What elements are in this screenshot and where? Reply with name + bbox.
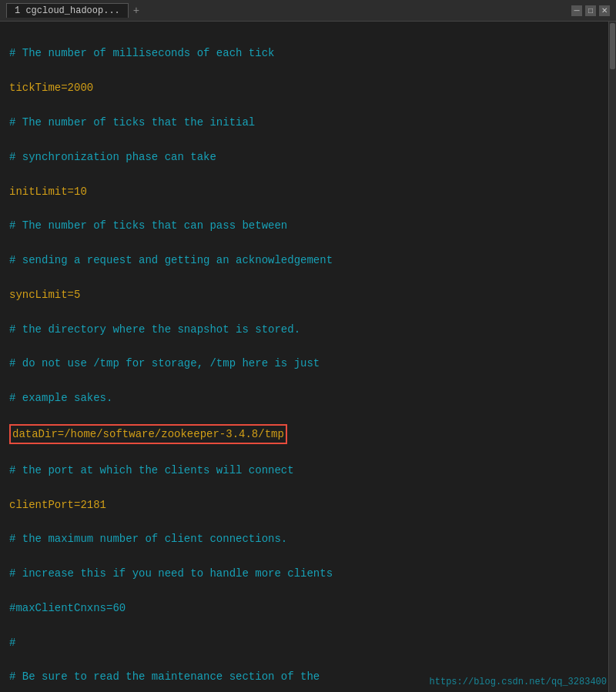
line-16: # increase this if you need to handle mo… [9, 565, 599, 582]
line-5: initLimit=10 [9, 183, 599, 200]
line-17: #maxClientCnxns=60 [9, 600, 599, 617]
line-4: # synchronization phase can take [9, 149, 599, 165]
line-6: # The number of ticks that can pass betw… [9, 217, 599, 234]
window-controls: ─ □ ✕ [571, 5, 610, 16]
add-tab-button[interactable]: + [133, 5, 139, 17]
title-bar-left: 1 cgcloud_hadoop... + [6, 3, 139, 18]
line-15: # the maximum number of client connectio… [9, 530, 599, 547]
line-2: tickTime=2000 [9, 79, 599, 96]
tab-label: 1 cgcloud_hadoop... [15, 5, 120, 16]
editor-tab[interactable]: 1 cgcloud_hadoop... [6, 3, 129, 18]
line-9: # the directory where the snapshot is st… [9, 321, 599, 338]
line-11: # example sakes. [9, 389, 599, 406]
title-bar: 1 cgcloud_hadoop... + ─ □ ✕ [0, 0, 616, 22]
line-14: clientPort=2181 [9, 496, 599, 513]
watermark: https://blog.csdn.net/qq_3283400 [430, 677, 607, 687]
scrollbar[interactable] [608, 22, 616, 692]
line-1: # The number of milliseconds of each tic… [9, 45, 599, 62]
line-13: # the port at which the clients will con… [9, 462, 599, 479]
editor-content[interactable]: # The number of milliseconds of each tic… [0, 22, 608, 692]
editor-window: 1 cgcloud_hadoop... + ─ □ ✕ # The number… [0, 0, 616, 692]
close-button[interactable]: ✕ [599, 5, 610, 16]
scrollbar-thumb[interactable] [610, 23, 615, 69]
line-7: # sending a request and getting an ackno… [9, 252, 599, 269]
maximize-button[interactable]: □ [585, 5, 596, 16]
datadir-boxed: dataDir=/home/software/zookeeper-3.4.8/t… [9, 424, 287, 444]
line-8: syncLimit=5 [9, 286, 599, 303]
line-18: # [9, 634, 599, 651]
line-3: # The number of ticks that the initial [9, 114, 599, 131]
line-10: # do not use /tmp for storage, /tmp here… [9, 355, 599, 372]
minimize-button[interactable]: ─ [571, 5, 582, 16]
line-12: dataDir=/home/software/zookeeper-3.4.8/t… [9, 424, 599, 444]
editor-area: # The number of milliseconds of each tic… [0, 22, 616, 692]
